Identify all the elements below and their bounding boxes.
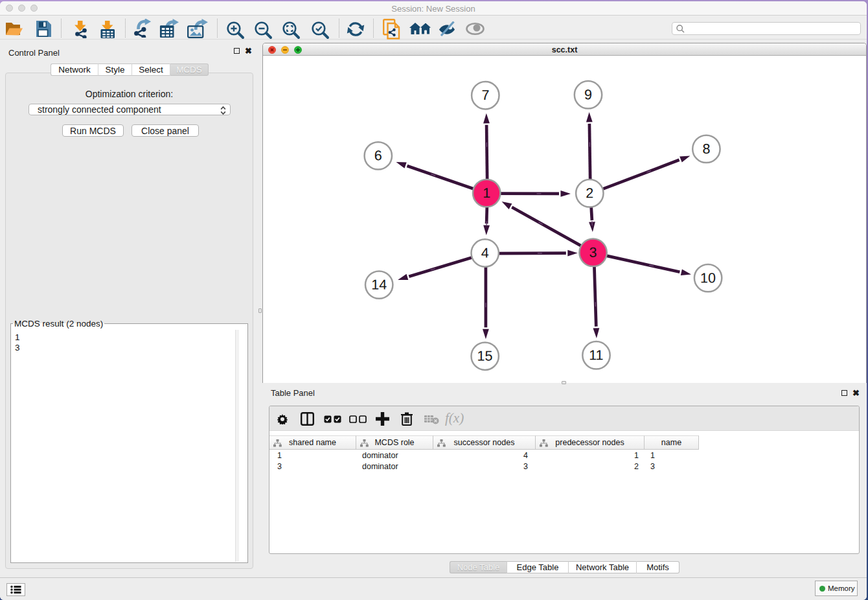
svg-text:4: 4 — [481, 245, 489, 260]
svg-text:1: 1 — [483, 185, 490, 201]
svg-text:7: 7 — [481, 87, 489, 103]
svg-text:14: 14 — [371, 277, 387, 292]
svg-text:2: 2 — [586, 185, 593, 201]
svg-text:15: 15 — [477, 349, 493, 364]
svg-text:10: 10 — [700, 270, 716, 286]
svg-text:3: 3 — [589, 245, 597, 260]
svg-text:8: 8 — [702, 141, 710, 157]
svg-text:11: 11 — [589, 347, 603, 363]
svg-text:9: 9 — [584, 87, 592, 102]
svg-text:6: 6 — [374, 148, 382, 163]
